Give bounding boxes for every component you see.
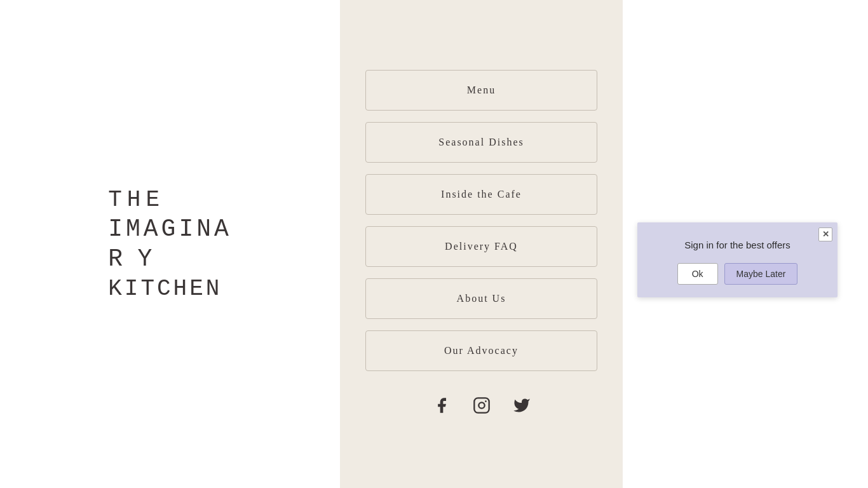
page-wrapper: THE IMAGINA R Y KITCHEN Menu Seasonal Di… bbox=[0, 0, 868, 488]
popup-message: Sign in for the best offers bbox=[650, 238, 825, 252]
about-us-button[interactable]: About Us bbox=[365, 278, 597, 319]
logo-line-4: KITCHEN bbox=[108, 274, 232, 303]
social-icons bbox=[433, 396, 531, 419]
logo-line-1: THE bbox=[108, 186, 232, 214]
popup-ok-button[interactable]: Ok bbox=[677, 263, 718, 285]
inside-cafe-button[interactable]: Inside the Cafe bbox=[365, 174, 597, 215]
logo: THE IMAGINA R Y KITCHEN bbox=[108, 186, 232, 303]
left-section: THE IMAGINA R Y KITCHEN bbox=[0, 0, 340, 488]
popup-close-button[interactable]: ✕ bbox=[818, 227, 832, 241]
popup: ✕ Sign in for the best offers Ok Maybe L… bbox=[637, 222, 837, 297]
popup-buttons: Ok Maybe Later bbox=[650, 263, 825, 285]
logo-line-2: IMAGINA bbox=[108, 214, 232, 245]
svg-rect-0 bbox=[474, 398, 489, 412]
svg-point-1 bbox=[478, 402, 484, 408]
logo-line-3: R Y bbox=[108, 244, 232, 274]
svg-point-2 bbox=[485, 400, 487, 402]
popup-maybe-button[interactable]: Maybe Later bbox=[724, 263, 798, 285]
twitter-icon[interactable] bbox=[513, 396, 531, 419]
menu-buttons-container: Menu Seasonal Dishes Inside the Cafe Del… bbox=[365, 70, 597, 371]
facebook-icon[interactable] bbox=[433, 396, 451, 419]
instagram-icon[interactable] bbox=[473, 396, 491, 419]
menu-button[interactable]: Menu bbox=[365, 70, 597, 111]
seasonal-dishes-button[interactable]: Seasonal Dishes bbox=[365, 122, 597, 163]
delivery-faq-button[interactable]: Delivery FAQ bbox=[365, 226, 597, 267]
menu-panel: Menu Seasonal Dishes Inside the Cafe Del… bbox=[340, 0, 623, 488]
our-advocacy-button[interactable]: Our Advocacy bbox=[365, 330, 597, 371]
